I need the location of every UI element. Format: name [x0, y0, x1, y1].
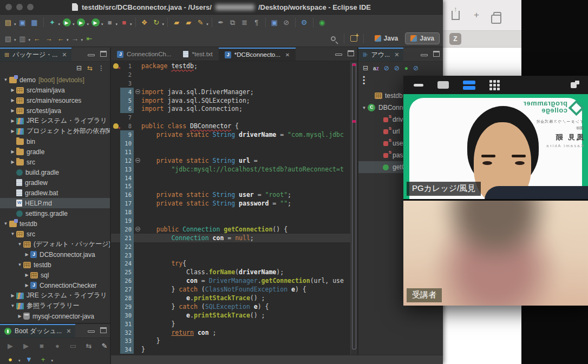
edit-wand-icon[interactable]: ✎ [195, 17, 206, 28]
tree-item[interactable]: HELP.md [0, 198, 110, 208]
tree-item[interactable]: ▶src/main/resources [0, 95, 110, 105]
dropdown-caret-icon[interactable]: ▾ [14, 38, 16, 42]
dropdown-caret-icon[interactable]: ▾ [130, 22, 132, 27]
chevron-down-icon[interactable]: ▼ [16, 242, 23, 247]
tree-item[interactable]: ▶src/test/java [0, 105, 110, 116]
dropdown-caret-icon[interactable]: ▾ [81, 38, 83, 42]
chevron-right-icon[interactable]: ▶ [9, 118, 16, 123]
dropdown-caret-icon[interactable]: ▾ [101, 22, 103, 27]
chevron-right-icon[interactable]: ▶ [9, 88, 16, 92]
dropdown-caret-icon[interactable]: ▾ [206, 22, 208, 27]
open-folder-icon[interactable]: ▰ [171, 17, 182, 28]
collapse-region-icon[interactable] [135, 158, 140, 163]
collapse-region-icon[interactable] [135, 89, 140, 94]
filter-funnel-icon[interactable]: ▼ [24, 354, 35, 364]
run-icon[interactable]: ▶ [61, 17, 72, 28]
tree-item[interactable]: ▼demo [boot] [devtools] [0, 75, 110, 85]
tree-item[interactable]: gradlew [0, 177, 110, 188]
back-icon[interactable]: ← [31, 33, 42, 44]
chevron-down-icon[interactable]: ▼ [2, 77, 9, 82]
speaker-view-icon[interactable] [437, 81, 449, 89]
tree-item[interactable]: ▶JRE システム・ライブラリ [0, 290, 110, 301]
last-edit-location-icon[interactable]: ⇤ [84, 33, 95, 44]
close-tab-icon[interactable]: ✕ [66, 328, 71, 335]
console-icon[interactable]: ▣ [269, 17, 280, 28]
dropdown-caret-icon[interactable]: ▾ [58, 22, 61, 27]
stop-icon[interactable]: ■ [104, 17, 115, 28]
collapse-all-icon[interactable]: ⊟ [76, 64, 82, 72]
show-source-icon[interactable]: ≣ [239, 17, 250, 28]
collapse-all-icon[interactable]: ⊟ [363, 64, 368, 72]
tree-item[interactable]: ▼参照ライブラリー [0, 301, 110, 311]
hide-static-icon[interactable]: ⊘ [394, 64, 400, 72]
dropdown-caret-icon[interactable]: ▾ [116, 22, 118, 27]
chevron-down-icon[interactable]: ▼ [9, 303, 16, 308]
preferences-gear-icon[interactable]: ⚙ [299, 17, 310, 28]
dropdown-caret-icon[interactable]: ▾ [51, 359, 54, 363]
close-tab-icon[interactable]: ✕ [285, 52, 290, 58]
tree-item[interactable]: ▶sql [0, 270, 110, 280]
chevron-down-icon[interactable]: ▼ [9, 231, 16, 236]
tree-item[interactable]: ▶JRE システム・ライブラリ [0, 116, 110, 126]
chevron-right-icon[interactable]: ▶ [9, 129, 16, 134]
tree-item[interactable]: ▶ConnectionChecker [0, 280, 110, 290]
scrollbar-thumb[interactable] [352, 63, 356, 349]
record-icon[interactable]: ● [52, 340, 63, 351]
save-all-icon[interactable]: ▦ [29, 17, 40, 28]
chevron-down-icon[interactable]: ▼ [16, 262, 23, 267]
share-icon[interactable] [452, 11, 460, 20]
skip-breakpoints-icon[interactable]: ▧ [3, 33, 14, 44]
tree-item[interactable]: gradlew.bat [0, 188, 110, 198]
debug-sparkle-icon[interactable]: ✦ [47, 17, 58, 28]
start-icon[interactable]: ▶ [5, 340, 16, 351]
dropdown-caret-icon[interactable]: ▾ [14, 22, 16, 27]
maximize-panel-icon[interactable] [100, 327, 107, 333]
minimize-panel-icon[interactable] [88, 54, 95, 56]
import-folder-icon[interactable]: ▰ [183, 17, 194, 28]
hide-local-types-icon[interactable]: ⊘ [413, 64, 419, 72]
restart-icon[interactable]: ▶ [21, 340, 31, 351]
lightbulb-icon[interactable]: ● [5, 354, 16, 364]
chevron-right-icon[interactable]: ▶ [9, 98, 16, 103]
save-icon[interactable]: ▣ [17, 17, 28, 28]
tree-item[interactable]: ▼src [0, 229, 110, 239]
tree-item[interactable]: ▼testdb [0, 260, 110, 270]
synchronize-icon[interactable]: ⧉ [227, 17, 238, 28]
video-feed-student[interactable]: 受講者 [403, 201, 588, 306]
maximize-editor-icon[interactable] [348, 50, 354, 56]
tree-item[interactable]: ▶src/main/java [0, 85, 110, 95]
tree-item[interactable]: ▼(デフォルト・パッケージ) [0, 239, 110, 249]
new-icon[interactable]: ▤ [3, 17, 14, 28]
code-area[interactable]: 1package testdb;234import java.sql.Drive… [111, 62, 350, 355]
chevron-right-icon[interactable]: ▶ [23, 283, 30, 288]
zoom-tab-favicon[interactable]: Z [449, 33, 461, 45]
editor-tab[interactable]: *test.txt [177, 48, 218, 61]
error-lightbulb-icon[interactable] [113, 123, 119, 129]
add-icon[interactable]: + [38, 354, 49, 364]
tree-item[interactable]: ▶DCBconnector.java [0, 249, 110, 260]
link-icon[interactable]: ⇆ [83, 340, 94, 351]
minimize-panel-icon[interactable] [421, 54, 428, 56]
chevron-right-icon[interactable]: ▶ [9, 149, 16, 154]
tab-boot-dashboard[interactable]: Boot ダッシュ... ✕ [0, 324, 75, 337]
open-perspective-icon[interactable] [350, 35, 357, 42]
editor-tab[interactable]: ConnectionCh... [111, 48, 177, 61]
minimize-panel-icon[interactable] [88, 330, 95, 333]
chevron-right-icon[interactable]: ▶ [16, 314, 23, 319]
stop-icon[interactable]: ■ [36, 340, 47, 351]
editor-tab[interactable]: *DCBconnecto...✕ [219, 48, 296, 61]
maximize-panel-icon[interactable] [100, 51, 107, 57]
chevron-right-icon[interactable]: ▶ [23, 252, 30, 257]
chevron-right-icon[interactable]: ▶ [9, 160, 16, 164]
error-lightbulb-icon[interactable] [113, 63, 119, 69]
tree-item[interactable]: settings.gradle [0, 208, 110, 219]
dropdown-caret-icon[interactable]: ▾ [29, 38, 31, 42]
minimize-icon[interactable] [414, 84, 423, 87]
new-tab-icon[interactable]: + [474, 10, 479, 21]
overview-ruler[interactable] [350, 62, 357, 355]
dropdown-caret-icon[interactable]: ▾ [73, 22, 75, 27]
hide-non-public-icon[interactable]: ● [404, 64, 408, 72]
mark-occurrences-icon[interactable]: ✒ [215, 17, 226, 28]
edit-icon[interactable]: ✎ [99, 340, 110, 351]
tab-outline[interactable]: ⊪ アウ... ✕ [358, 48, 403, 61]
